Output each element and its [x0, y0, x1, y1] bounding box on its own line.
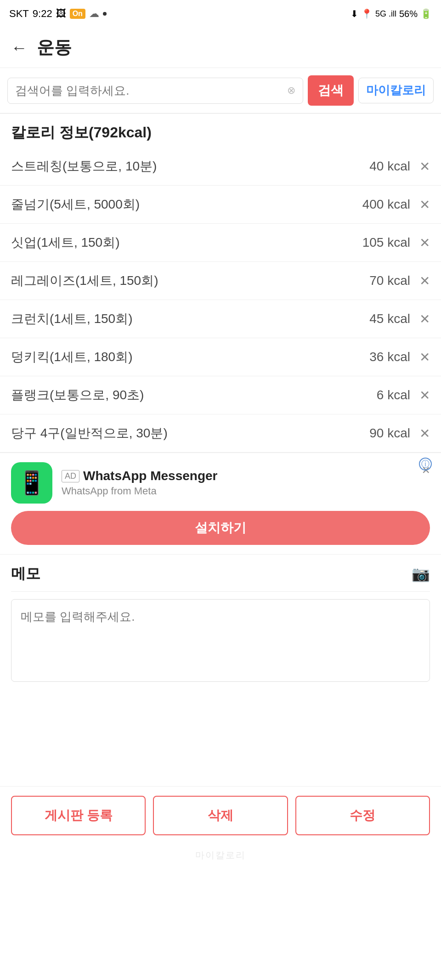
camera-icon[interactable]: 📷	[412, 565, 430, 583]
back-button[interactable]: ←	[11, 38, 28, 57]
ad-content: 📱 AD WhatsApp Messenger WhatsApp from Me…	[11, 462, 430, 504]
watermark: 마이칼로리	[0, 844, 441, 866]
delete-btn-4[interactable]: ✕	[419, 312, 430, 327]
exercise-kcal-3: 70 kcal	[355, 273, 410, 288]
exercise-name-2: 싯업(1세트, 150회)	[11, 234, 355, 251]
exercise-item-4: 크런치(1세트, 150회) 45 kcal ✕	[0, 300, 441, 338]
ad-app-sub: WhatsApp from Meta	[62, 485, 413, 497]
status-left: SKT 9:22 🖼 On ☁	[9, 8, 107, 20]
exercise-name-3: 레그레이즈(1세트, 150회)	[11, 272, 355, 289]
board-register-button[interactable]: 게시판 등록	[11, 796, 146, 835]
search-input-wrapper: ⊗	[7, 78, 303, 104]
header: ← 운동	[0, 28, 441, 68]
delete-btn-5[interactable]: ✕	[419, 350, 430, 365]
search-button[interactable]: 검색	[308, 75, 354, 106]
battery-icon: 🔋	[420, 8, 432, 19]
spacer	[0, 694, 441, 786]
exercise-kcal-2: 105 kcal	[355, 235, 410, 250]
calorie-section: 칼로리 정보(792kcal)	[0, 113, 441, 143]
exercise-kcal-7: 90 kcal	[355, 426, 410, 441]
exercise-item-6: 플랭크(보통으로, 90초) 6 kcal ✕	[0, 376, 441, 414]
bottom-buttons: 게시판 등록 삭제 수정	[0, 786, 441, 844]
ad-app-name: WhatsApp Messenger	[83, 469, 218, 483]
download-icon: ⬇	[351, 8, 358, 19]
calorie-title: 칼로리 정보(792kcal)	[11, 123, 430, 143]
memo-section: 메모 📷	[0, 555, 441, 694]
delete-btn-7[interactable]: ✕	[419, 426, 430, 441]
exercise-kcal-5: 36 kcal	[355, 350, 410, 364]
exercise-name-0: 스트레칭(보통으로, 10분)	[11, 158, 355, 175]
exercise-name-7: 당구 4구(일반적으로, 30분)	[11, 425, 355, 442]
ad-text-block: AD WhatsApp Messenger WhatsApp from Meta	[62, 469, 413, 497]
exercise-list: 스트레칭(보통으로, 10분) 40 kcal ✕ 줄넘기(5세트, 5000회…	[0, 147, 441, 453]
photo-icon: 🖼	[56, 8, 66, 20]
signal-icon: 5G .ill	[375, 9, 396, 19]
memo-header: 메모 📷	[11, 564, 430, 592]
exercise-kcal-1: 400 kcal	[355, 197, 410, 212]
on-badge: On	[70, 9, 85, 19]
exercise-item-1: 줄넘기(5세트, 5000회) 400 kcal ✕	[0, 186, 441, 224]
exercise-item-7: 당구 4구(일반적으로, 30분) 90 kcal ✕	[0, 414, 441, 453]
exercise-name-5: 덩키킥(1세트, 180회)	[11, 348, 355, 366]
ad-label-row: AD WhatsApp Messenger	[62, 469, 413, 483]
exercise-name-6: 플랭크(보통으로, 90초)	[11, 386, 355, 404]
mycal-button[interactable]: 마이칼로리	[358, 78, 434, 103]
battery: 56%	[399, 9, 418, 19]
memo-textarea[interactable]	[11, 599, 430, 682]
delete-btn-2[interactable]: ✕	[419, 235, 430, 250]
exercise-name-4: 크런치(1세트, 150회)	[11, 310, 355, 328]
delete-btn-1[interactable]: ✕	[419, 197, 430, 212]
whatsapp-icon: 📱	[17, 470, 46, 496]
exercise-kcal-0: 40 kcal	[355, 159, 410, 174]
status-bar: SKT 9:22 🖼 On ☁ ⬇ 📍 5G .ill 56% 🔋	[0, 0, 441, 28]
delete-button[interactable]: 삭제	[153, 796, 288, 835]
exercise-kcal-6: 6 kcal	[355, 388, 410, 402]
exercise-item-2: 싯업(1세트, 150회) 105 kcal ✕	[0, 224, 441, 262]
search-input[interactable]	[15, 84, 287, 98]
ad-info-icon[interactable]: ⓘ	[419, 458, 432, 470]
carrier: SKT	[9, 8, 29, 20]
exercise-item-3: 레그레이즈(1세트, 150회) 70 kcal ✕	[0, 262, 441, 300]
edit-button[interactable]: 수정	[295, 796, 430, 835]
delete-btn-0[interactable]: ✕	[419, 159, 430, 174]
ad-banner: ⓘ 📱 AD WhatsApp Messenger WhatsApp from …	[0, 453, 441, 555]
delete-btn-6[interactable]: ✕	[419, 388, 430, 403]
delete-btn-3[interactable]: ✕	[419, 273, 430, 289]
memo-title: 메모	[11, 564, 40, 584]
status-right: ⬇ 📍 5G .ill 56% 🔋	[351, 8, 432, 19]
dot-indicator	[103, 12, 107, 16]
cloud-icon: ☁	[89, 8, 99, 20]
exercise-kcal-4: 45 kcal	[355, 312, 410, 326]
ad-install-button[interactable]: 설치하기	[11, 511, 430, 545]
exercise-name-1: 줄넘기(5세트, 5000회)	[11, 196, 355, 213]
time: 9:22	[33, 8, 52, 20]
ad-label: AD	[62, 470, 79, 482]
exercise-item-0: 스트레칭(보통으로, 10분) 40 kcal ✕	[0, 147, 441, 186]
ad-app-icon: 📱	[11, 462, 52, 504]
exercise-item-5: 덩키킥(1세트, 180회) 36 kcal ✕	[0, 338, 441, 376]
location-icon: 📍	[361, 8, 373, 19]
search-bar: ⊗ 검색 마이칼로리	[0, 68, 441, 113]
clear-icon[interactable]: ⊗	[287, 85, 295, 96]
page-title: 운동	[37, 36, 72, 59]
